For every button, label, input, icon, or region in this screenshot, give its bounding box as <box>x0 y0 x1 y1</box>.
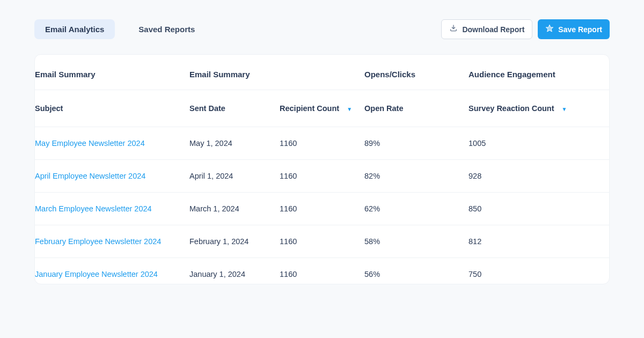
group-header-summary-2: Email Summary <box>189 55 364 90</box>
table-row: May Employee Newsletter 2024May 1, 20241… <box>35 127 609 160</box>
group-header-row: Email Summary Email Summary Opens/Clicks… <box>35 55 609 90</box>
sort-caret-icon: ▼ <box>562 106 567 112</box>
column-header-recipient-count-label: Recipient Count <box>280 104 339 113</box>
star-icon <box>545 24 554 34</box>
column-header-survey-reaction-label: Survey Reaction Count <box>469 104 554 113</box>
email-subject-link[interactable]: January Employee Newsletter 2024 <box>35 270 158 278</box>
email-subject-link[interactable]: February Employee Newsletter 2024 <box>35 237 161 246</box>
cell-survey-reaction: 812 <box>469 225 609 258</box>
cell-recipient-count: 1160 <box>280 160 364 193</box>
svg-marker-0 <box>546 25 553 32</box>
tab-email-analytics[interactable]: Email Analytics <box>34 19 115 39</box>
column-header-subject[interactable]: Subject <box>35 90 189 127</box>
tabs: Email Analytics Saved Reports <box>34 19 206 39</box>
tab-saved-reports[interactable]: Saved Reports <box>128 19 206 39</box>
column-header-survey-reaction[interactable]: Survey Reaction Count ▼ <box>469 90 609 127</box>
cell-open-rate: 89% <box>364 127 469 160</box>
report-card: Email Summary Email Summary Opens/Clicks… <box>34 54 610 284</box>
email-subject-link[interactable]: April Employee Newsletter 2024 <box>35 172 145 180</box>
table-row: March Employee Newsletter 2024March 1, 2… <box>35 193 609 225</box>
group-header-opens-clicks: Opens/Clicks <box>364 55 469 90</box>
header-actions: Download Report Save Report <box>441 19 610 39</box>
cell-recipient-count: 1160 <box>280 225 364 258</box>
column-header-open-rate[interactable]: Open Rate <box>364 90 469 127</box>
cell-open-rate: 58% <box>364 225 469 258</box>
download-report-label: Download Report <box>462 25 524 34</box>
email-subject-link[interactable]: May Employee Newsletter 2024 <box>35 139 145 148</box>
cell-survey-reaction: 750 <box>469 258 609 284</box>
cell-sent-date: February 1, 2024 <box>189 225 280 258</box>
cell-survey-reaction: 850 <box>469 193 609 225</box>
cell-sent-date: May 1, 2024 <box>189 127 280 160</box>
analytics-table: Email Summary Email Summary Opens/Clicks… <box>35 55 609 284</box>
cell-survey-reaction: 1005 <box>469 127 609 160</box>
group-header-engagement: Audience Engagement <box>469 55 609 90</box>
group-header-summary-1: Email Summary <box>35 55 189 90</box>
save-report-button[interactable]: Save Report <box>538 19 610 39</box>
save-report-label: Save Report <box>558 25 602 34</box>
cell-recipient-count: 1160 <box>280 127 364 160</box>
column-header-row: Subject Sent Date Recipient Count ▼ Open… <box>35 90 609 127</box>
table-row: February Employee Newsletter 2024Februar… <box>35 225 609 258</box>
cell-open-rate: 56% <box>364 258 469 284</box>
column-header-sent-date[interactable]: Sent Date <box>189 90 280 127</box>
cell-recipient-count: 1160 <box>280 258 364 284</box>
download-report-button[interactable]: Download Report <box>441 19 532 39</box>
cell-open-rate: 62% <box>364 193 469 225</box>
cell-sent-date: March 1, 2024 <box>189 193 280 225</box>
download-icon <box>449 24 458 34</box>
cell-sent-date: January 1, 2024 <box>189 258 280 284</box>
table-row: April Employee Newsletter 2024April 1, 2… <box>35 160 609 193</box>
cell-open-rate: 82% <box>364 160 469 193</box>
table-row: January Employee Newsletter 2024January … <box>35 258 609 284</box>
cell-recipient-count: 1160 <box>280 193 364 225</box>
sort-caret-icon: ▼ <box>347 106 352 112</box>
column-header-recipient-count[interactable]: Recipient Count ▼ <box>280 90 364 127</box>
email-subject-link[interactable]: March Employee Newsletter 2024 <box>35 204 152 213</box>
cell-sent-date: April 1, 2024 <box>189 160 280 193</box>
header: Email Analytics Saved Reports Download R… <box>34 19 610 39</box>
cell-survey-reaction: 928 <box>469 160 609 193</box>
